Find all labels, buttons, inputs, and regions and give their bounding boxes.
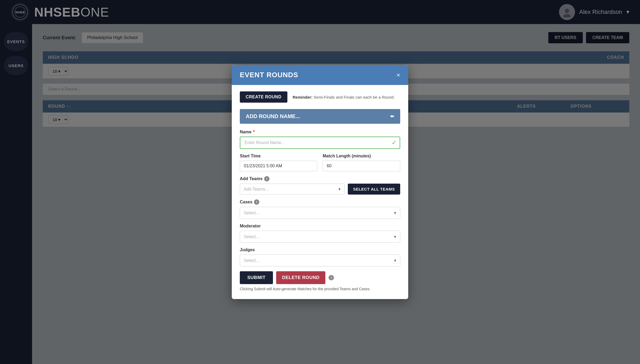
event-rounds-modal: EVENT ROUNDS × CREATE ROUND Reminder: Se… <box>232 65 408 299</box>
cases-select[interactable]: Select... ▾ <box>240 207 400 219</box>
modal-header: EVENT ROUNDS × <box>232 65 408 85</box>
pencil-icon[interactable]: ✏ <box>390 114 394 119</box>
cases-label: Cases i <box>240 199 400 205</box>
start-time-group: Start Time <box>240 154 317 171</box>
cases-info-icon[interactable]: i <box>254 199 259 205</box>
submit-button[interactable]: SUBMIT <box>240 271 273 284</box>
match-length-input[interactable] <box>323 161 400 171</box>
judges-group: Judges Select... ▾ <box>240 247 400 266</box>
required-star: * <box>253 130 255 134</box>
form-actions: SUBMIT DELETE ROUND i <box>240 271 400 284</box>
reminder-text: Semi-Finals and Finals can each be a Rou… <box>314 95 395 99</box>
name-input-wrapper: ✓ <box>240 137 400 149</box>
start-time-label-text: Start Time <box>240 154 261 158</box>
tab-reminder: Reminder: Semi-Finals and Finals can eac… <box>293 95 395 99</box>
cases-chevron-icon: ▾ <box>394 210 396 215</box>
name-label-text: Name <box>240 130 252 134</box>
moderator-select[interactable]: Select... ▾ <box>240 231 400 243</box>
modal-tabs: CREATE ROUND Reminder: Semi-Finals and F… <box>240 91 400 103</box>
moderator-label-text: Moderator <box>240 224 261 229</box>
judges-select-placeholder: Select... <box>244 258 259 263</box>
modal-body: CREATE ROUND Reminder: Semi-Finals and F… <box>232 85 408 299</box>
time-length-row: Start Time Match Length (minutes) <box>240 154 400 176</box>
modal-title: EVENT ROUNDS <box>240 71 298 79</box>
select-all-teams-button[interactable]: SELECT ALL TEAMS <box>348 184 400 195</box>
moderator-label: Moderator <box>240 224 400 229</box>
delete-info-icon[interactable]: i <box>329 275 334 280</box>
add-teams-label-text: Add Teams <box>240 176 263 181</box>
teams-select-placeholder: Add Teams... <box>244 187 269 192</box>
moderator-chevron-icon: ▾ <box>394 234 396 239</box>
cases-select-placeholder: Select... <box>244 211 259 215</box>
judges-select[interactable]: Select... ▾ <box>240 254 400 266</box>
match-length-label: Match Length (minutes) <box>323 154 400 158</box>
match-length-label-text: Match Length (minutes) <box>323 154 371 158</box>
start-time-input[interactable] <box>240 161 317 171</box>
reminder-prefix: Reminder: <box>293 95 313 99</box>
judges-label: Judges <box>240 247 400 252</box>
add-teams-group: Add Teams i Add Teams... ▾ SELECT ALL TE… <box>240 176 400 195</box>
modal-overlay: EVENT ROUNDS × CREATE ROUND Reminder: Se… <box>0 0 640 364</box>
cases-group: Cases i Select... ▾ <box>240 199 400 219</box>
name-label: Name * <box>240 130 400 134</box>
teams-select[interactable]: Add Teams... ▾ <box>240 184 345 195</box>
cases-label-text: Cases <box>240 200 252 204</box>
round-name-input[interactable] <box>240 137 400 149</box>
moderator-select-placeholder: Select... <box>244 234 259 239</box>
judges-label-text: Judges <box>240 247 255 252</box>
form-note-text: Clicking Submit will Auto-generate Match… <box>240 287 371 291</box>
teams-chevron-icon: ▾ <box>338 187 341 192</box>
check-icon: ✓ <box>392 139 396 146</box>
add-teams-info-icon[interactable]: i <box>264 176 269 181</box>
add-teams-label: Add Teams i <box>240 176 400 181</box>
moderator-group: Moderator Select... ▾ <box>240 224 400 243</box>
modal-close-button[interactable]: × <box>396 72 400 78</box>
create-round-tab[interactable]: CREATE ROUND <box>240 91 287 103</box>
delete-round-button[interactable]: DELETE ROUND <box>276 271 325 284</box>
judges-chevron-icon: ▾ <box>394 258 396 263</box>
form-note: Clicking Submit will Auto-generate Match… <box>240 287 400 291</box>
start-time-label: Start Time <box>240 154 317 158</box>
add-round-section: ADD ROUND NAME... ✏ <box>240 109 400 124</box>
name-field-group: Name * ✓ <box>240 130 400 149</box>
teams-row: Add Teams... ▾ SELECT ALL TEAMS <box>240 184 400 195</box>
add-round-section-title: ADD ROUND NAME... <box>246 113 300 119</box>
match-length-group: Match Length (minutes) <box>323 154 400 171</box>
